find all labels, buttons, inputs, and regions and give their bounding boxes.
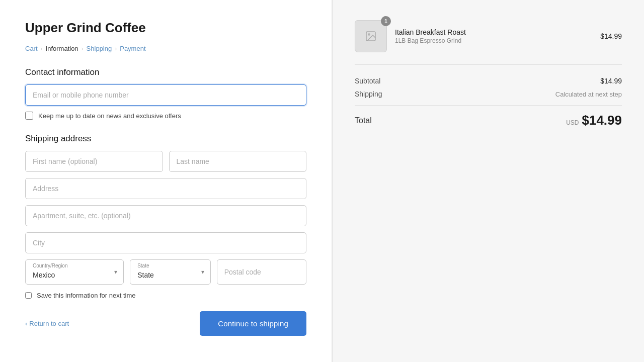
shipping-label: Shipping: [355, 90, 382, 98]
total-row: Total USD $14.99: [355, 113, 622, 128]
last-name-input[interactable]: [169, 151, 307, 172]
state-chevron-icon: ▾: [201, 268, 204, 276]
postal-group: [217, 259, 306, 285]
city-input[interactable]: [25, 232, 306, 253]
breadcrumb-payment: Payment: [120, 45, 145, 52]
newsletter-label: Keep me up to date on news and exclusive…: [38, 112, 181, 120]
subtotal-value: $14.99: [600, 77, 622, 85]
country-chevron-icon: ▾: [114, 268, 117, 276]
breadcrumb: Cart › Information › Shipping › Payment: [25, 45, 306, 52]
name-row: [25, 151, 306, 172]
total-currency: USD: [566, 119, 579, 126]
newsletter-row: Keep me up to date on news and exclusive…: [25, 112, 306, 120]
subtotal-row: Subtotal $14.99: [355, 77, 622, 85]
address-input[interactable]: [25, 178, 306, 199]
shipping-value: Calculated at next step: [555, 90, 622, 98]
country-select[interactable]: Country/Region Mexico ▾: [25, 259, 124, 285]
return-to-cart-link[interactable]: ‹ Return to cart: [25, 320, 69, 327]
breadcrumb-sep-1: ›: [41, 45, 43, 52]
newsletter-checkbox[interactable]: [25, 112, 33, 120]
product-thumbnail: 1: [355, 20, 387, 52]
product-image: [355, 20, 387, 52]
subtotal-label: Subtotal: [355, 77, 380, 85]
save-info-row: Save this information for next time: [25, 292, 306, 299]
right-panel: 1 Italian Breakfast Roast 1LB Bag Espres…: [332, 0, 644, 362]
breadcrumb-sep-2: ›: [82, 45, 84, 52]
quantity-badge: 1: [381, 16, 391, 26]
country-value: Mexico: [33, 271, 55, 279]
total-right: USD $14.99: [566, 113, 622, 128]
state-value: State: [137, 271, 154, 279]
apartment-group: [25, 205, 306, 226]
breadcrumb-sep-3: ›: [115, 45, 117, 52]
bottom-bar: ‹ Return to cart Continue to shipping: [25, 311, 306, 336]
contact-section-title: Contact information: [25, 67, 306, 77]
shipping-row: Shipping Calculated at next step: [355, 90, 622, 98]
breadcrumb-cart[interactable]: Cart: [25, 45, 38, 52]
summary-divider: [355, 105, 622, 106]
return-to-cart-label: Return to cart: [29, 320, 69, 327]
city-group: [25, 232, 306, 253]
first-name-input[interactable]: [25, 151, 163, 172]
total-amount: $14.99: [582, 113, 622, 128]
email-input[interactable]: [25, 84, 306, 106]
location-row: Country/Region Mexico ▾ State State ▾: [25, 259, 306, 285]
breadcrumb-shipping: Shipping: [87, 45, 112, 52]
country-select-wrapper: Country/Region Mexico ▾: [25, 259, 124, 285]
store-title: Upper Grind Coffee: [25, 20, 306, 36]
product-price: $14.99: [600, 32, 622, 40]
state-label: State: [137, 263, 149, 268]
total-label: Total: [355, 116, 372, 125]
continue-to-shipping-button[interactable]: Continue to shipping: [200, 311, 306, 336]
breadcrumb-information: Information: [46, 45, 78, 52]
shipping-section-title: Shipping address: [25, 134, 306, 144]
product-info: Italian Breakfast Roast 1LB Bag Espresso…: [395, 28, 592, 44]
order-item: 1 Italian Breakfast Roast 1LB Bag Espres…: [355, 20, 622, 65]
address-group: [25, 178, 306, 199]
svg-point-1: [368, 34, 370, 35]
email-field-group: [25, 84, 306, 106]
state-select[interactable]: State State ▾: [130, 259, 211, 285]
product-name: Italian Breakfast Roast: [395, 28, 592, 36]
chevron-left-icon: ‹: [25, 320, 27, 327]
product-variant: 1LB Bag Espresso Grind: [395, 37, 592, 44]
apartment-input[interactable]: [25, 205, 306, 226]
postal-code-input[interactable]: [217, 259, 306, 285]
save-info-checkbox[interactable]: [25, 292, 32, 299]
save-info-label: Save this information for next time: [37, 292, 136, 299]
state-select-wrapper: State State ▾: [130, 259, 211, 285]
country-label: Country/Region: [33, 263, 67, 268]
left-panel: Upper Grind Coffee Cart › Information › …: [0, 0, 332, 362]
